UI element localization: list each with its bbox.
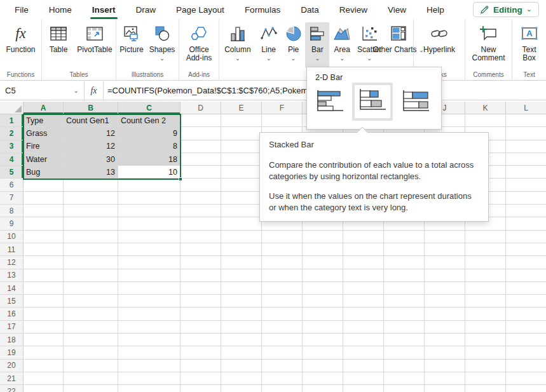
cell-B21[interactable] <box>64 372 118 385</box>
cell-H15[interactable] <box>343 295 384 308</box>
cell-B14[interactable] <box>64 282 118 295</box>
cell-E18[interactable] <box>221 334 262 346</box>
row-header-22[interactable]: 22 <box>0 385 24 392</box>
office-addins-button[interactable]: Office Add-ins <box>182 22 215 68</box>
select-all-corner[interactable] <box>0 102 24 114</box>
cell-C10[interactable] <box>118 231 181 243</box>
cell-A4[interactable]: Water <box>24 153 64 166</box>
name-box[interactable]: C5 ⌄ <box>0 81 85 100</box>
cell-B5[interactable]: 13 <box>64 166 118 179</box>
cell-E19[interactable] <box>221 346 262 359</box>
cell-I20[interactable] <box>384 360 425 372</box>
cell-L10[interactable] <box>506 231 546 243</box>
cell-E11[interactable] <box>221 243 262 256</box>
cell-D1[interactable] <box>181 114 221 127</box>
cell-G10[interactable] <box>303 231 343 243</box>
cell-I17[interactable] <box>384 321 425 334</box>
cell-F15[interactable] <box>262 295 303 308</box>
cell-D9[interactable] <box>181 217 221 230</box>
cell-I14[interactable] <box>384 282 425 295</box>
cell-H14[interactable] <box>343 282 384 295</box>
cell-E22[interactable] <box>221 385 262 392</box>
cell-A5[interactable]: Bug <box>24 166 64 179</box>
cell-L12[interactable] <box>506 256 546 269</box>
cell-E14[interactable] <box>221 282 262 295</box>
cell-L9[interactable] <box>506 217 546 230</box>
function-button[interactable]: fx Function <box>6 22 35 68</box>
cell-L20[interactable] <box>506 360 546 372</box>
cell-K19[interactable] <box>465 346 506 359</box>
cell-A17[interactable] <box>24 321 64 334</box>
cell-B22[interactable] <box>64 385 118 392</box>
cell-G19[interactable] <box>303 346 343 359</box>
cell-H19[interactable] <box>343 346 384 359</box>
insert-function-button[interactable]: fx <box>85 81 104 100</box>
cell-K13[interactable] <box>465 269 506 282</box>
row-header-3[interactable]: 3 <box>0 140 24 153</box>
cell-H12[interactable] <box>343 256 384 269</box>
menu-tab-formulas[interactable]: Formulas <box>235 0 290 19</box>
other-charts-button[interactable]: Other Charts ⌄ <box>384 22 413 68</box>
column-header-E[interactable]: E <box>221 102 262 114</box>
cell-B20[interactable] <box>64 360 118 372</box>
cell-L1[interactable] <box>506 114 546 127</box>
cell-F1[interactable] <box>262 114 303 127</box>
cell-J16[interactable] <box>425 308 465 320</box>
cell-L17[interactable] <box>506 321 546 334</box>
cell-G15[interactable] <box>303 295 343 308</box>
row-header-14[interactable]: 14 <box>0 282 24 295</box>
cell-B17[interactable] <box>64 321 118 334</box>
cell-J22[interactable] <box>425 385 465 392</box>
cell-C7[interactable] <box>118 192 181 205</box>
cell-B8[interactable] <box>64 205 118 217</box>
cell-A18[interactable] <box>24 334 64 346</box>
column-header-A[interactable]: A <box>24 102 64 114</box>
cell-A11[interactable] <box>24 243 64 256</box>
cell-L7[interactable] <box>506 192 546 205</box>
row-header-4[interactable]: 4 <box>0 153 24 166</box>
cell-E13[interactable] <box>221 269 262 282</box>
cell-J10[interactable] <box>425 231 465 243</box>
cell-J20[interactable] <box>425 360 465 372</box>
cell-L4[interactable] <box>506 153 546 166</box>
cell-C12[interactable] <box>118 256 181 269</box>
cell-B2[interactable]: 12 <box>64 127 118 140</box>
menu-tab-page-layout[interactable]: Page Layout <box>167 0 234 19</box>
cell-E17[interactable] <box>221 321 262 334</box>
cell-I19[interactable] <box>384 346 425 359</box>
cell-B3[interactable]: 12 <box>64 140 118 153</box>
cell-L8[interactable] <box>506 205 546 217</box>
cell-I18[interactable] <box>384 334 425 346</box>
option-100-stacked-bar[interactable] <box>399 88 432 118</box>
bar-chart-button[interactable]: Bar ⌄ <box>305 22 329 68</box>
cell-F11[interactable] <box>262 243 303 256</box>
cell-I13[interactable] <box>384 269 425 282</box>
editing-mode-button[interactable]: Editing ⌄ <box>473 2 539 17</box>
cell-E16[interactable] <box>221 308 262 320</box>
cell-E3[interactable] <box>221 140 262 153</box>
cell-C14[interactable] <box>118 282 181 295</box>
cell-K10[interactable] <box>465 231 506 243</box>
cell-H22[interactable] <box>343 385 384 392</box>
cell-D19[interactable] <box>181 346 221 359</box>
cell-A3[interactable]: Fire <box>24 140 64 153</box>
cell-D18[interactable] <box>181 334 221 346</box>
row-header-18[interactable]: 18 <box>0 334 24 346</box>
cell-C11[interactable] <box>118 243 181 256</box>
option-stacked-bar[interactable] <box>352 83 393 121</box>
cell-B18[interactable] <box>64 334 118 346</box>
cell-K17[interactable] <box>465 321 506 334</box>
cell-C16[interactable] <box>118 308 181 320</box>
cell-H16[interactable] <box>343 308 384 320</box>
new-comment-button[interactable]: New Comment <box>469 22 508 68</box>
cell-B9[interactable] <box>64 217 118 230</box>
cell-H20[interactable] <box>343 360 384 372</box>
cell-J19[interactable] <box>425 346 465 359</box>
cell-E2[interactable] <box>221 127 262 140</box>
cell-B15[interactable] <box>64 295 118 308</box>
pivottable-button[interactable]: PivotTable <box>74 22 115 68</box>
cell-I15[interactable] <box>384 295 425 308</box>
table-button[interactable]: Table <box>43 22 74 68</box>
cell-A7[interactable] <box>24 192 64 205</box>
row-header-8[interactable]: 8 <box>0 205 24 217</box>
